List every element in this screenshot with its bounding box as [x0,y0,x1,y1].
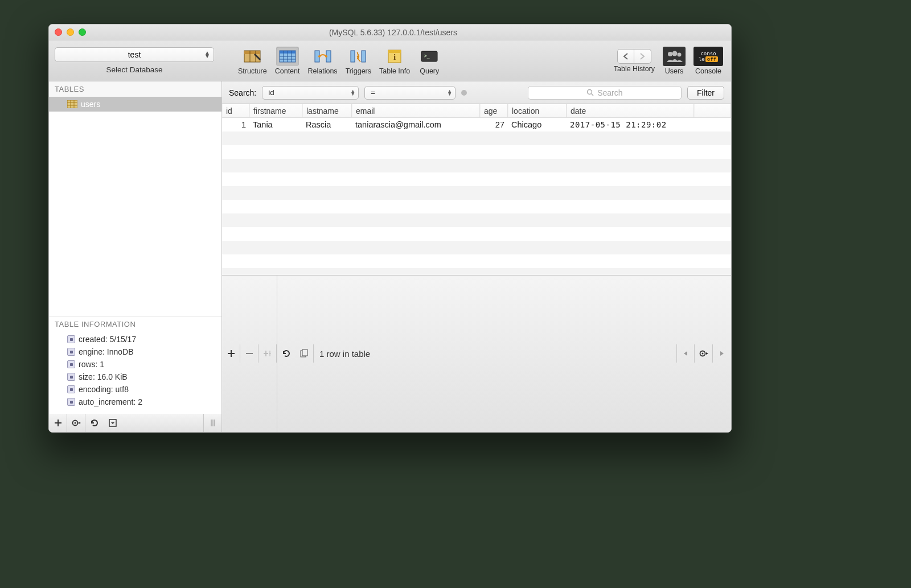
empty-row [222,254,731,268]
empty-row [222,268,731,275]
app-window: (MySQL 5.6.33) 127.0.0.1/test/users test… [48,24,732,433]
table-info-text: rows: 1 [79,360,104,369]
close-window-button[interactable] [55,28,62,36]
column-header-firstname[interactable]: firstname [249,104,302,117]
remove-row-button[interactable] [240,344,258,363]
table-info-header: TABLE INFORMATION [49,316,221,331]
pages-icon [299,349,310,358]
content-icon [276,47,299,66]
svg-point-31 [74,422,76,424]
main-panel: Search: id ▲▼ = ▲▼ Search Filter [222,81,731,432]
search-icon [586,89,594,96]
duplicate-icon [263,349,272,357]
bullet-icon [67,348,75,356]
search-bar: Search: id ▲▼ = ▲▼ Search Filter [222,81,731,104]
add-table-button[interactable] [49,414,67,432]
empty-row [222,145,731,159]
duplicate-row-button[interactable] [258,344,277,363]
history-back-button[interactable] [617,49,634,64]
minimize-window-button[interactable] [67,28,74,36]
column-header-age[interactable]: age [480,104,508,117]
column-header-location[interactable]: location [508,104,567,117]
next-page-button[interactable] [713,344,731,363]
table-actions-menu[interactable] [67,414,85,432]
chevron-updown-icon: ▲▼ [204,51,210,58]
table-info-text: encoding: utf8 [79,385,129,394]
grid-body[interactable]: 1TaniaRasciataniarascia@gmail.com27Chica… [222,118,731,275]
svg-text:>_: >_ [424,54,430,59]
bullet-icon [67,385,75,393]
gear-icon [699,349,709,357]
tab-query[interactable]: >_ Query [416,47,443,75]
bullet-icon [67,373,75,381]
database-select-label: Select Database [106,65,162,74]
svg-point-41 [701,353,703,355]
cell-location[interactable]: Chicago [508,118,567,131]
minus-icon [245,349,253,357]
column-header-date[interactable]: date [567,104,694,117]
refresh-icon [282,349,291,358]
tab-content[interactable]: Content [273,47,302,75]
tab-structure[interactable]: Structure [236,47,269,75]
console-button[interactable]: conso leoff Console [691,47,725,75]
svg-point-14 [325,55,327,57]
zoom-window-button[interactable] [79,28,86,36]
refresh-tables-button[interactable] [85,414,104,432]
sidebar-resize-handle[interactable] [203,414,221,432]
triangle-right-icon [719,350,725,357]
search-input[interactable]: Search [528,86,682,100]
column-header-lastname[interactable]: lastname [302,104,352,117]
users-icon [663,47,686,66]
sidebar-table-item[interactable]: users [49,97,221,112]
table-row[interactable]: 1TaniaRasciataniarascia@gmail.com27Chica… [222,118,731,131]
prev-page-button[interactable] [676,344,695,363]
toggle-info-button[interactable] [104,414,122,432]
toolbar: test ▲▼ Select Database Structure Conten… [49,40,731,81]
tab-relations[interactable]: Relations [306,47,340,75]
svg-text:i: i [393,52,396,61]
svg-rect-15 [351,51,355,62]
plus-icon [54,419,62,427]
add-row-button[interactable] [222,344,240,363]
tab-triggers[interactable]: Triggers [343,47,374,75]
refresh-icon [90,418,99,427]
bullet-icon [67,335,75,343]
search-field-select[interactable]: id ▲▼ [262,86,359,100]
chevron-updown-icon: ▲▼ [350,90,355,96]
svg-point-13 [318,55,321,57]
table-info-text: auto_increment: 2 [79,397,142,406]
svg-rect-39 [302,349,307,356]
column-header-email[interactable]: email [352,104,480,117]
cell-firstname[interactable]: Tania [249,118,302,131]
history-forward-button[interactable] [634,49,651,64]
svg-point-24 [678,52,682,56]
gear-icon [71,419,81,427]
tables-header: TABLES [49,81,221,97]
svg-rect-1 [244,51,260,54]
cell-lastname[interactable]: Rascia [302,118,352,131]
svg-point-23 [672,51,678,56]
tab-table-info[interactable]: i Table Info [377,47,412,75]
table-info-row: created: 5/15/17 [49,333,221,346]
filter-button[interactable]: Filter [687,86,724,100]
users-button[interactable]: Users [660,47,688,75]
table-info-row: auto_increment: 2 [49,396,221,408]
column-header-id[interactable]: id [222,104,249,117]
cell-email[interactable]: taniarascia@gmail.com [352,118,480,131]
plus-icon [227,349,235,357]
query-icon: >_ [418,47,441,66]
search-operator-select[interactable]: = ▲▼ [364,86,456,100]
pagination-button[interactable] [296,344,314,363]
reload-button[interactable] [277,344,296,363]
svg-rect-16 [362,51,366,62]
table-actions-menu-2[interactable] [695,344,713,363]
database-select[interactable]: test ▲▼ [55,47,214,62]
cell-date[interactable]: 2017-05-15 21:29:02 [567,118,694,131]
cell-id[interactable]: 1 [222,118,249,131]
database-select-value: test [128,50,141,59]
search-indicator-icon [461,90,467,96]
cell-age[interactable]: 27 [480,118,508,131]
triangle-left-icon [682,350,689,357]
structure-icon [241,47,264,66]
chevron-updown-icon: ▲▼ [447,90,452,96]
